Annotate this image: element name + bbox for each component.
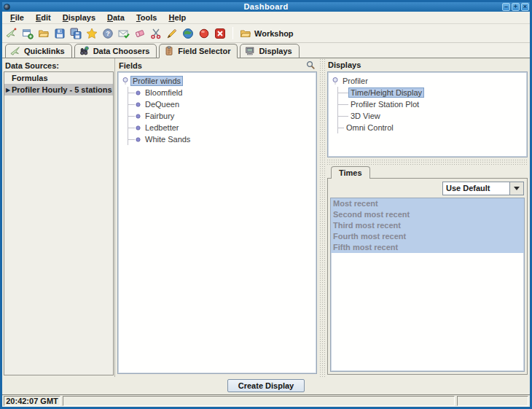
combo-row: Use Default <box>330 181 525 198</box>
erase-icon[interactable] <box>134 28 146 39</box>
workshop-folder-icon[interactable] <box>240 28 251 39</box>
field-selector-icon <box>164 46 174 56</box>
tree-node-label: Fairbury <box>143 112 176 120</box>
titlebar[interactable]: Dashboard – + × <box>2 2 530 12</box>
support-request-icon[interactable] <box>118 28 130 39</box>
tree-node-bloomfield[interactable]: Bloomfield <box>128 87 315 98</box>
cut-icon[interactable] <box>150 28 162 39</box>
time-item[interactable]: Third most recent <box>331 220 524 231</box>
record-icon[interactable] <box>198 28 210 39</box>
tree-node-profiler-winds[interactable]: Profiler winds <box>122 75 315 87</box>
open-file-icon[interactable] <box>38 28 50 39</box>
tree-node-label: Omni Control <box>344 123 396 132</box>
footer-bar: Create Display <box>2 377 530 394</box>
data-source-label: Formulas <box>12 74 48 82</box>
displays-icon <box>245 46 255 56</box>
tree-node-label: Profiler winds <box>130 76 183 86</box>
minimize-button[interactable]: – <box>502 3 510 11</box>
tab-label: Field Selector <box>178 47 230 55</box>
displays-header: Displays <box>326 58 528 71</box>
tree-node-label: Bloomfield <box>143 88 184 97</box>
tree-node-label: Profiler <box>340 77 370 85</box>
selection-arrow: ▶ <box>4 87 12 93</box>
close-button[interactable]: × <box>521 3 529 11</box>
globe-icon[interactable] <box>182 28 194 39</box>
tab-bar: Quicklinks Data Choosers Field Selector … <box>2 43 530 58</box>
tree-node-label: 3D View <box>348 112 383 120</box>
menu-displays[interactable]: Displays <box>57 12 101 23</box>
fields-tree-children: Bloomfield DeQueen Fairbury Ledbetter Wh… <box>128 87 315 145</box>
tree-node-profiler-station-plot[interactable]: Profiler Station Plot <box>338 98 525 110</box>
menu-edit[interactable]: Edit <box>30 12 57 23</box>
menu-file[interactable]: File <box>4 12 30 23</box>
fields-tree: Profiler winds Bloomfield DeQueen Fairbu… <box>117 71 317 374</box>
tree-node-dequeen[interactable]: DeQueen <box>128 98 315 110</box>
data-source-item-profiler-hourly[interactable]: ▶ Profiler Hourly - 5 stations <box>4 84 113 96</box>
tree-expanded-handle-icon[interactable] <box>122 77 129 85</box>
time-item[interactable]: Fifth most recent <box>331 242 524 253</box>
help-icon[interactable]: ? <box>102 28 114 39</box>
svg-text:?: ? <box>106 30 110 37</box>
fields-panel: Fields Profiler winds Bloomfield <box>115 58 319 377</box>
create-display-button[interactable]: Create Display <box>227 379 305 392</box>
horizontal-splitter[interactable] <box>326 159 528 165</box>
tree-node-white-sands[interactable]: White Sands <box>128 133 315 145</box>
data-source-item-formulas[interactable]: Formulas <box>4 72 113 84</box>
time-item[interactable]: Second most recent <box>331 209 524 220</box>
fields-header-row: Fields <box>116 58 318 71</box>
leaf-bullet-icon <box>136 114 141 119</box>
save-icon[interactable] <box>54 28 66 39</box>
time-mode-combobox[interactable]: Use Default <box>442 182 524 195</box>
menu-data[interactable]: Data <box>101 12 130 23</box>
tree-node-label: DeQueen <box>143 100 181 109</box>
times-box: Use Default Most recent Second most rece… <box>327 178 528 375</box>
data-source-label: Profiler Hourly - 5 stations <box>12 85 112 94</box>
tab-field-selector[interactable]: Field Selector <box>159 44 238 58</box>
tab-label: Quicklinks <box>24 47 65 55</box>
tab-quicklinks[interactable]: Quicklinks <box>5 44 72 58</box>
menu-help[interactable]: Help <box>163 12 192 23</box>
new-window-icon[interactable] <box>22 28 34 39</box>
tree-node-ledbetter[interactable]: Ledbetter <box>128 122 315 133</box>
data-sources-header: Data Sources: <box>4 59 114 71</box>
exit-icon[interactable] <box>214 28 226 39</box>
status-bar: 20:42:07 GMT <box>2 394 530 407</box>
chevron-down-icon[interactable] <box>509 182 523 195</box>
show-dashboard-icon[interactable] <box>6 28 17 39</box>
tree-expanded-handle-icon[interactable] <box>332 77 339 85</box>
tab-label: Displays <box>259 47 292 55</box>
tree-node-label: Ledbetter <box>143 123 181 132</box>
displays-panel: Displays Profiler Time/Height Display Pr… <box>325 58 530 377</box>
tree-node-omni-control[interactable]: Omni Control <box>338 122 525 133</box>
search-icon[interactable] <box>306 61 316 70</box>
times-list: Most recent Second most recent Third mos… <box>330 198 525 372</box>
menubar: File Edit Displays Data Tools Help <box>2 12 530 24</box>
window-controls: – + × <box>502 3 529 11</box>
data-choosers-icon <box>79 46 90 56</box>
status-message-box <box>63 396 455 406</box>
field-selector-content: Data Sources: Formulas ▶ Profiler Hourly… <box>2 58 530 377</box>
tree-node-profiler[interactable]: Profiler <box>332 75 525 87</box>
tab-data-choosers[interactable]: Data Choosers <box>74 44 157 58</box>
clock: 20:42:07 GMT <box>4 396 60 406</box>
tree-node-fairbury[interactable]: Fairbury <box>128 110 315 122</box>
tree-node-time-height-display[interactable]: Time/Height Display <box>338 87 525 98</box>
tab-times[interactable]: Times <box>331 166 370 179</box>
time-item[interactable]: Fourth most recent <box>331 231 524 242</box>
times-panel: Times Use Default Most recent Second mos… <box>327 166 528 375</box>
leaf-bullet-icon <box>136 102 141 107</box>
toolbar: ? Workshop <box>2 24 530 43</box>
save-as-icon[interactable] <box>70 28 82 39</box>
window-title: Dashboard <box>2 2 530 12</box>
edit-icon[interactable] <box>166 28 178 39</box>
fields-header: Fields <box>119 61 142 70</box>
time-item[interactable]: Most recent <box>331 198 524 209</box>
maximize-button[interactable]: + <box>512 3 520 11</box>
tree-node-3d-view[interactable]: 3D View <box>338 110 525 122</box>
favorites-icon[interactable] <box>86 28 98 39</box>
vertical-splitter[interactable] <box>319 58 325 377</box>
tab-label: Data Choosers <box>93 47 150 55</box>
menu-tools[interactable]: Tools <box>130 12 163 23</box>
tab-displays[interactable]: Displays <box>240 44 299 58</box>
combobox-value: Use Default <box>443 182 509 195</box>
